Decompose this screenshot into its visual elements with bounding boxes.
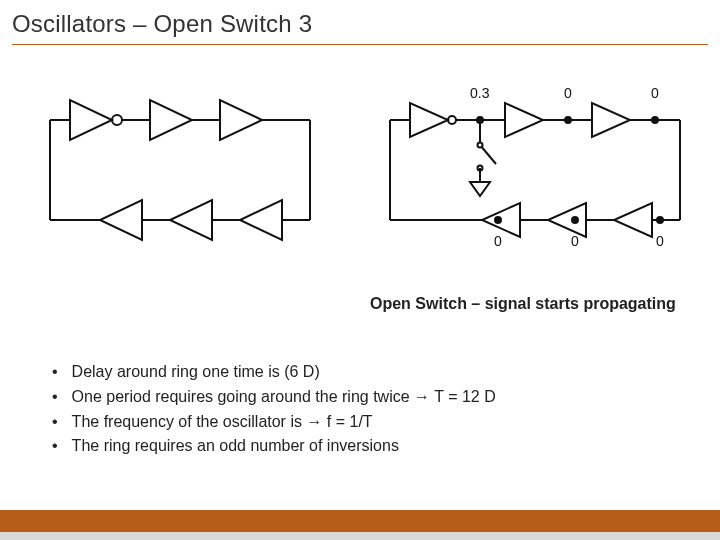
bullet-text: The ring requires an odd number of inver… xyxy=(72,434,672,459)
bullet-marker-icon: • xyxy=(52,385,58,410)
svg-point-11 xyxy=(565,117,571,123)
svg-marker-17 xyxy=(548,203,586,237)
bullet-text: One period requires going around the rin… xyxy=(72,385,672,410)
bullet-marker-icon: • xyxy=(52,360,58,385)
bullet-text: Delay around ring one time is (6 D) xyxy=(72,360,672,385)
node-value-top-a: 0.3 xyxy=(470,85,490,101)
svg-point-18 xyxy=(572,217,578,223)
svg-point-13 xyxy=(652,117,658,123)
svg-marker-12 xyxy=(592,103,630,137)
svg-point-22 xyxy=(478,143,483,148)
bullet-item: • Delay around ring one time is (6 D) xyxy=(52,360,672,385)
svg-marker-24 xyxy=(470,182,490,196)
svg-marker-5 xyxy=(170,200,212,240)
svg-line-21 xyxy=(480,145,496,164)
bullet-list: • Delay around ring one time is (6 D) • … xyxy=(52,360,672,459)
ring-oscillator-left-icon xyxy=(20,70,340,260)
node-value-bot-a: 0 xyxy=(494,233,502,249)
svg-marker-7 xyxy=(410,103,448,137)
footer-accent-bar xyxy=(0,510,720,532)
footer-shadow-bar xyxy=(0,532,720,540)
svg-point-16 xyxy=(657,217,663,223)
bullet-item: • One period requires going around the r… xyxy=(52,385,672,410)
node-value-top-b: 0 xyxy=(564,85,572,101)
svg-marker-10 xyxy=(505,103,543,137)
slide-root: Oscillators – Open Switch 3 xyxy=(0,0,720,540)
bullet-marker-icon: • xyxy=(52,434,58,459)
diagram-area: 0.3 0 0 0 0 0 xyxy=(20,70,700,270)
svg-marker-6 xyxy=(100,200,142,240)
svg-marker-0 xyxy=(70,100,112,140)
right-diagram-caption: Open Switch – signal starts propagating xyxy=(370,295,710,313)
svg-marker-14 xyxy=(614,203,652,237)
ring-oscillator-right-icon: 0.3 0 0 0 0 0 xyxy=(370,70,710,270)
svg-marker-3 xyxy=(220,100,262,140)
node-value-top-c: 0 xyxy=(651,85,659,101)
svg-marker-4 xyxy=(240,200,282,240)
bullet-text: The frequency of the oscillator is → f =… xyxy=(72,410,672,435)
page-title: Oscillators – Open Switch 3 xyxy=(12,10,708,38)
svg-point-20 xyxy=(495,217,501,223)
node-value-bot-c: 0 xyxy=(656,233,664,249)
svg-marker-2 xyxy=(150,100,192,140)
bullet-item: • The ring requires an odd number of inv… xyxy=(52,434,672,459)
bullet-item: • The frequency of the oscillator is → f… xyxy=(52,410,672,435)
title-row: Oscillators – Open Switch 3 xyxy=(12,10,708,45)
bullet-marker-icon: • xyxy=(52,410,58,435)
node-value-bot-b: 0 xyxy=(571,233,579,249)
